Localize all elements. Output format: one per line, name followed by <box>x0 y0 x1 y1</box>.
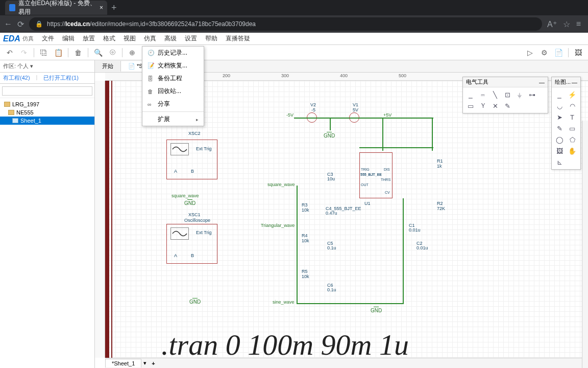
favicon <box>9 4 15 11</box>
freehand-tool[interactable]: ✎ <box>554 123 565 133</box>
tab-all-projects[interactable]: 有工程(42) <box>0 73 33 83</box>
run-sim-button[interactable]: ▷ <box>523 47 536 59</box>
sim-mode-tag: 仿真 <box>22 35 34 42</box>
spice-directive: .tran 0 100m 90m 1u <box>161 328 409 362</box>
tab-open-projects[interactable]: 已打开工程(1) <box>40 73 81 83</box>
arc2-tool[interactable]: ◠ <box>567 101 578 111</box>
gnd-tool[interactable]: ⏚ <box>514 89 525 100</box>
tree-root[interactable]: LRG_1997 <box>0 100 94 108</box>
dd-expand[interactable]: 扩展▸ <box>142 113 204 126</box>
netlabel-tool[interactable]: ⊡ <box>502 89 513 100</box>
bus-tool[interactable]: ⎓ <box>477 89 488 100</box>
ellipse-tool[interactable]: ◯ <box>554 134 565 145</box>
report-button[interactable]: 📄 <box>552 47 565 59</box>
workspace-selector[interactable]: 作区: 个人 ▾ <box>0 60 94 73</box>
power-tool[interactable]: ⊶ <box>526 89 537 100</box>
minimize-icon[interactable]: — <box>539 79 545 85</box>
menu-file[interactable]: 文件 <box>38 33 58 44</box>
undo-button[interactable]: ↶ <box>3 47 16 59</box>
panel-title: 电气工具 <box>466 78 488 86</box>
nav-back-icon[interactable]: ← <box>4 19 12 29</box>
polygon-tool[interactable]: ⬠ <box>567 134 578 145</box>
menu-settings[interactable]: 设置 <box>181 33 201 44</box>
backup-icon: 🗄 <box>148 76 155 82</box>
dd-share[interactable]: ∞分享 <box>142 98 204 110</box>
close-tab-icon[interactable]: × <box>100 4 103 11</box>
paste-button[interactable]: 📋 <box>52 47 65 59</box>
url-input[interactable]: 🔒 https://lceda.cn/editor#mode=sim,id=3f… <box>29 17 542 31</box>
find-similar-button[interactable]: ⦾ <box>106 47 119 59</box>
separator <box>34 48 34 57</box>
chevron-right-icon: ▸ <box>196 117 199 122</box>
port-tool[interactable]: ▭ <box>465 101 476 111</box>
copy-button[interactable]: ⿻ <box>37 47 51 59</box>
menu-edit[interactable]: 编辑 <box>58 33 79 44</box>
dd-recover[interactable]: 📝文档恢复... <box>142 59 204 72</box>
text-tool[interactable]: T <box>567 112 578 122</box>
export-button[interactable]: 🖼 <box>572 47 585 59</box>
bottom-sheet-tabs: *Sheet_1 ▾ + <box>105 358 588 368</box>
osc-wave-icon <box>170 143 189 155</box>
project-sidebar: 作区: 个人 ▾ 有工程(42) | 已打开工程(1) LRG_1997 NE5… <box>0 60 95 368</box>
menu-help[interactable]: 帮助 <box>201 33 222 44</box>
osc-wave-icon <box>170 227 189 240</box>
share-icon: ∞ <box>148 101 155 107</box>
vcc-tool[interactable]: Ｙ <box>477 101 488 111</box>
separator <box>122 48 122 57</box>
sim-settings-button[interactable]: ⚙ <box>537 47 551 59</box>
read-aloud-icon[interactable]: A⁺ <box>547 19 557 29</box>
browser-tab-strip: 嘉立创EDA(标准版) - 免费、易用 × + <box>0 0 588 15</box>
line-tool[interactable]: ⎯ <box>554 89 565 100</box>
menu-view[interactable]: 视图 <box>119 33 140 44</box>
image-tool[interactable]: 🖼 <box>554 146 565 156</box>
arc-tool[interactable]: ◡ <box>554 101 565 111</box>
search-button[interactable]: 🔍 <box>91 47 105 59</box>
zoom-in-button[interactable]: ⊕ <box>126 47 139 59</box>
collections-icon[interactable]: ≡ <box>576 19 581 29</box>
project-tree: LRG_1997 NE555 Sheet_1 <box>0 98 94 127</box>
pan-tool[interactable]: ✋ <box>567 146 578 156</box>
dd-history[interactable]: 🕘历史记录... <box>142 47 204 59</box>
drawing-tools-panel[interactable]: 绘图...— ⎯ ⚡ ◡ ◠ ➤ T ✎ ▭ ◯ ⬠ 🖼 ✋ ⊾ <box>551 77 581 170</box>
net-tool[interactable]: ╲ <box>489 89 501 100</box>
menu-place[interactable]: 放置 <box>79 33 99 44</box>
browser-tab[interactable]: 嘉立创EDA(标准版) - 免费、易用 × <box>5 1 107 15</box>
separator <box>88 48 88 57</box>
right-panel-strip[interactable] <box>582 121 588 368</box>
tab-title: 嘉立创EDA(标准版) - 免费、易用 <box>18 0 96 16</box>
menu-format[interactable]: 格式 <box>99 33 119 44</box>
dimension-tool[interactable]: ⊾ <box>554 157 565 167</box>
dd-recycle[interactable]: 🗑回收站... <box>142 85 204 98</box>
dd-backup[interactable]: 🗄备份工程 <box>142 72 204 85</box>
arrow-tool[interactable]: ➤ <box>554 112 565 122</box>
noerc-tool[interactable]: ✕ <box>489 101 501 111</box>
menu-sim[interactable]: 仿真 <box>140 33 160 44</box>
nav-reload-icon[interactable]: ⟳ <box>17 19 24 29</box>
menu-live[interactable]: 直播答疑 <box>222 33 254 44</box>
project-search-input[interactable] <box>2 86 92 96</box>
sheet-tab-1[interactable]: *Sheet_1 <box>105 359 141 367</box>
delete-button[interactable]: 🗑 <box>71 47 85 59</box>
sheet-tab-dropdown[interactable]: ▾ <box>141 360 149 366</box>
add-sheet-button[interactable]: + <box>149 360 158 366</box>
separator <box>68 48 68 57</box>
polyline-tool[interactable]: ⚡ <box>567 89 578 100</box>
redo-button[interactable]: ↷ <box>17 47 31 59</box>
wire-tool[interactable]: ⎯ <box>465 89 476 100</box>
label-xsc2: XSC2 <box>188 131 201 136</box>
rect-tool[interactable]: ▭ <box>567 123 578 133</box>
menu-advanced[interactable]: 高级 <box>160 33 181 44</box>
electrical-tools-panel[interactable]: 电气工具— ⎯ ⎓ ╲ ⊡ ⏚ ⊶ ▭ Ｙ ✕ ✎ <box>462 77 548 113</box>
tree-sheet-1[interactable]: Sheet_1 <box>0 117 94 125</box>
recover-icon: 📝 <box>148 62 155 69</box>
tree-folder-ne555[interactable]: NE555 <box>0 108 94 117</box>
app-menu-bar: EDA 仿真 文件 编辑 放置 格式 视图 仿真 高级 设置 帮助 直播答疑 <box>0 33 588 45</box>
probe-tool[interactable]: ✎ <box>502 101 513 111</box>
separator <box>568 48 569 57</box>
tab-start[interactable]: 开始 <box>95 61 121 72</box>
minimize-icon[interactable]: — <box>572 79 577 85</box>
favorite-icon[interactable]: ☆ <box>563 19 570 29</box>
label-ext-trig: Ext Trig <box>196 146 212 151</box>
ruler-vertical <box>95 81 105 358</box>
new-tab-button[interactable]: + <box>111 3 117 13</box>
